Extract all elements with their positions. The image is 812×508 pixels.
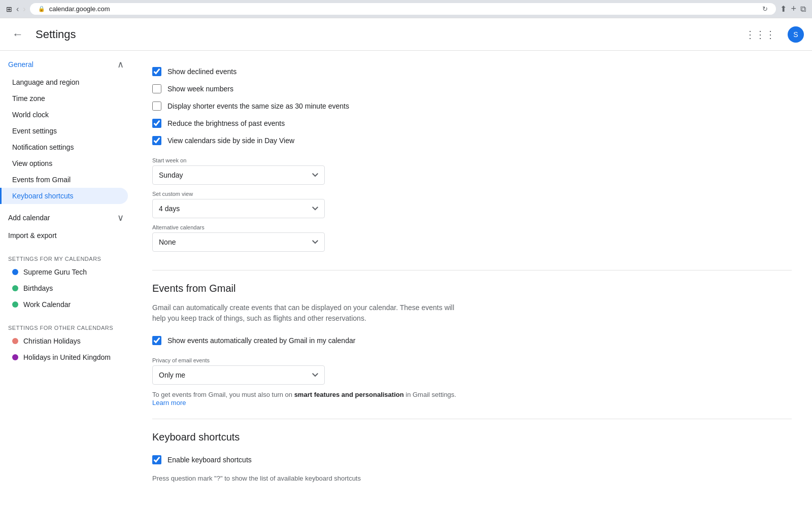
reduce-brightness-label[interactable]: Reduce the brightness of past events	[167, 119, 285, 127]
uk-dot	[12, 354, 18, 360]
gmail-section-title: Events from Gmail	[152, 283, 792, 294]
keyboard-shortcuts-section: Keyboard shortcuts Enable keyboard short…	[152, 419, 792, 494]
other-calendars-title: Settings for other calendars	[0, 321, 132, 333]
new-tab-button[interactable]: +	[791, 4, 796, 14]
shortcuts-hint-text: Press question mark "?" to show the list…	[152, 475, 792, 482]
side-by-side-label[interactable]: View calendars side by side in Day View	[167, 137, 294, 145]
side-by-side-row: View calendars side by side in Day View	[152, 132, 792, 149]
show-gmail-events-checkbox[interactable]	[152, 336, 161, 345]
lock-icon: 🔒	[38, 6, 45, 12]
uk-label: Holidays in United Kingdom	[23, 353, 111, 361]
sidebar-item-viewoptions[interactable]: View options	[0, 155, 128, 172]
learn-more-link[interactable]: Learn more	[152, 399, 186, 407]
supreme-label: Supreme Guru Tech	[23, 268, 87, 276]
privacy-dropdown-group: Privacy of email events Only me Public	[152, 357, 792, 385]
sidebar-item-gmail[interactable]: Events from Gmail	[0, 172, 128, 188]
import-export-item[interactable]: Import & export	[0, 227, 132, 244]
sidebar-item-notifications[interactable]: Notification settings	[0, 139, 128, 155]
tabs-button[interactable]: ⧉	[800, 5, 806, 14]
language-label: Language and region	[12, 78, 79, 86]
reduce-brightness-row: Reduce the brightness of past events	[152, 115, 792, 132]
add-calendar-label: Add calendar	[8, 214, 115, 222]
import-export-label: Import & export	[8, 231, 124, 240]
sidebar-item-language[interactable]: Language and region	[0, 74, 128, 90]
reload-icon[interactable]: ↻	[762, 5, 768, 13]
chevron-down-icon: ∨	[117, 212, 124, 223]
custom-view-label: Set custom view	[152, 191, 792, 197]
christian-dot	[12, 338, 18, 344]
worldclock-label: World clock	[12, 111, 49, 119]
share-button[interactable]: ⬆	[780, 4, 787, 14]
shorter-events-label[interactable]: Display shorter events the same size as …	[167, 102, 349, 110]
enable-shortcuts-row: Enable keyboard shortcuts	[152, 451, 792, 468]
keyboard-section-title: Keyboard shortcuts	[152, 431, 792, 443]
reduce-brightness-checkbox[interactable]	[152, 119, 161, 128]
sidebar-item-worldclock[interactable]: World clock	[0, 107, 128, 123]
sidebar-calendar-supreme[interactable]: Supreme Guru Tech	[0, 264, 128, 280]
work-label: Work Calendar	[23, 300, 71, 309]
supreme-dot	[12, 269, 18, 275]
alt-calendars-select[interactable]: None Lunar Hebrew Hijri	[152, 232, 325, 252]
general-group-header[interactable]: General ∧	[0, 55, 132, 74]
enable-shortcuts-checkbox[interactable]	[152, 455, 161, 464]
sidebar-item-keyboard[interactable]: Keyboard shortcuts	[0, 188, 128, 204]
birthdays-dot	[12, 285, 18, 291]
birthdays-label: Birthdays	[23, 284, 53, 292]
christian-label: Christian Holidays	[23, 337, 81, 345]
alt-calendars-label: Alternative calendars	[152, 224, 792, 230]
info-suffix: in Gmail settings.	[404, 391, 456, 398]
notifications-label: Notification settings	[12, 143, 74, 151]
timezone-label: Time zone	[12, 94, 45, 103]
my-calendars-title: Settings for my calendars	[0, 252, 132, 264]
viewoptions-label: View options	[12, 159, 52, 167]
forward-nav-button[interactable]: ›	[23, 5, 25, 14]
sidebar-calendar-birthdays[interactable]: Birthdays	[0, 280, 128, 296]
enable-shortcuts-label[interactable]: Enable keyboard shortcuts	[167, 456, 252, 464]
sidebar-calendar-work[interactable]: Work Calendar	[0, 296, 128, 313]
page-title: Settings	[36, 28, 76, 41]
sidebar-item-eventsettings[interactable]: Event settings	[0, 123, 128, 139]
shorter-events-checkbox[interactable]	[152, 101, 161, 111]
alt-calendars-group: Alternative calendars None Lunar Hebrew …	[152, 224, 792, 252]
sidebar-calendar-christian[interactable]: Christian Holidays	[0, 333, 128, 349]
view-options-section: Show declined events Show week numbers D…	[152, 63, 792, 270]
week-numbers-checkbox[interactable]	[152, 84, 161, 93]
week-numbers-label[interactable]: Show week numbers	[167, 85, 233, 93]
show-gmail-events-row: Show events automatically created by Gma…	[152, 332, 792, 349]
show-declined-row: Show declined events	[152, 63, 792, 80]
add-calendar-item[interactable]: Add calendar ∨	[0, 208, 132, 227]
start-week-group: Start week on Sunday Monday Saturday	[152, 157, 792, 185]
events-from-gmail-section: Events from Gmail Gmail can automaticall…	[152, 270, 792, 419]
gmail-description: Gmail can automatically create events th…	[152, 302, 457, 324]
account-avatar[interactable]: S	[788, 26, 804, 43]
show-declined-checkbox[interactable]	[152, 67, 161, 76]
work-dot	[12, 301, 18, 308]
sidebar-item-timezone[interactable]: Time zone	[0, 90, 128, 107]
custom-view-select[interactable]: 2 days 3 days 4 days 5 days 6 days 7 day…	[152, 199, 325, 218]
gmail-info-text: To get events from Gmail, you must also …	[152, 391, 792, 398]
general-label: General	[8, 60, 115, 69]
apps-button[interactable]: ⋮⋮⋮	[741, 24, 780, 45]
keyboard-label: Keyboard shortcuts	[12, 192, 74, 200]
show-gmail-events-label[interactable]: Show events automatically created by Gma…	[167, 336, 355, 345]
back-nav-button[interactable]: ‹	[16, 5, 19, 14]
week-numbers-row: Show week numbers	[152, 80, 792, 97]
info-prefix: To get events from Gmail, you must also …	[152, 391, 294, 398]
privacy-select[interactable]: Only me Public	[152, 365, 325, 385]
show-declined-label[interactable]: Show declined events	[167, 67, 236, 76]
smart-features-bold: smart features and personalisation	[294, 391, 404, 398]
side-by-side-checkbox[interactable]	[152, 136, 161, 145]
address-bar-text: calendar.google.com	[49, 5, 110, 13]
privacy-label: Privacy of email events	[152, 357, 792, 363]
tab-icon: ⊞	[6, 5, 12, 13]
start-week-select[interactable]: Sunday Monday Saturday	[152, 165, 325, 185]
custom-view-group: Set custom view 2 days 3 days 4 days 5 d…	[152, 191, 792, 218]
gmail-label: Events from Gmail	[12, 176, 71, 184]
eventsettings-label: Event settings	[12, 127, 57, 135]
settings-back-button[interactable]: ←	[8, 24, 27, 45]
chevron-up-icon: ∧	[117, 59, 124, 70]
shorter-events-row: Display shorter events the same size as …	[152, 97, 792, 115]
sidebar-calendar-uk[interactable]: Holidays in United Kingdom	[0, 349, 128, 365]
start-week-label: Start week on	[152, 157, 792, 163]
